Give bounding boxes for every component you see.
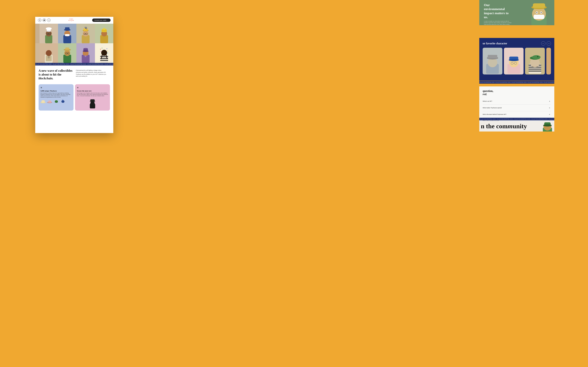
svg-rect-51 (100, 49, 101, 50)
svg-rect-49 (100, 60, 108, 61)
fav-characters (483, 48, 551, 75)
svg-point-14 (83, 31, 88, 36)
faq-plus-2[interactable]: + (548, 106, 551, 109)
fav-prev-button[interactable]: ← (541, 41, 545, 46)
svg-point-22 (86, 27, 87, 30)
twitter-icon[interactable] (38, 18, 41, 22)
char-cell-9 (95, 43, 113, 63)
svg-point-107 (548, 123, 549, 124)
svg-rect-31 (48, 56, 50, 58)
feature-title-rare: Secure the most rare (77, 90, 108, 92)
svg-rect-44 (85, 48, 86, 49)
svg-rect-97 (528, 71, 541, 72)
svg-rect-54 (107, 51, 108, 51)
svg-point-81 (541, 12, 542, 13)
svg-rect-60 (42, 100, 45, 103)
char-cell-1 (40, 24, 58, 43)
svg-point-79 (536, 12, 537, 13)
fav-ticker: COLLECTION DROPPING SOON • COLLECTION DR… (479, 81, 554, 84)
fav-char-4 (546, 48, 551, 75)
svg-point-43 (83, 50, 88, 52)
svg-rect-11 (65, 27, 69, 30)
navbar: ◈ TINY FACES ™ Connect your wallet (35, 17, 113, 24)
svg-point-105 (543, 124, 552, 126)
svg-point-7 (46, 31, 51, 32)
fav-title: ur favorite character (483, 42, 507, 45)
svg-rect-63 (55, 100, 58, 103)
env-section: Our environmental impact matters to us. … (479, 0, 554, 25)
connect-wallet-button[interactable]: Connect your wallet (92, 18, 111, 22)
faq-title: question, red. (483, 90, 551, 96)
svg-point-66 (62, 100, 63, 101)
svg-point-6 (46, 27, 52, 30)
char-cell-0 (35, 24, 40, 43)
community-char (541, 121, 554, 132)
svg-rect-45 (85, 55, 86, 57)
faq-item-2[interactable]: What makes TinyFaces special + (483, 105, 551, 111)
svg-rect-47 (100, 56, 108, 57)
feature-cards-section: ✳ 4,000 unique Tinyfaces Each character … (35, 84, 113, 113)
community-section: n the community (479, 121, 554, 132)
opensea-icon[interactable]: ◈ (47, 18, 51, 22)
faq-item-1[interactable]: What is an NFT + (483, 98, 551, 105)
svg-point-33 (64, 50, 70, 56)
hero-section: A new wave of collectibles is about to h… (35, 66, 113, 84)
svg-point-55 (100, 51, 101, 52)
faq-plus-3[interactable]: + (548, 113, 551, 116)
nav-icons: ◈ (38, 18, 51, 22)
feature-card-unique: ✳ 4,000 unique Tinyfaces Each character … (39, 84, 73, 110)
svg-rect-12 (65, 34, 69, 36)
bottom-right-ticker: COLLECTION DROPPING SOON • COLLECTION DR… (479, 118, 554, 120)
char-grid-row2 (35, 43, 113, 63)
discord-icon[interactable] (43, 18, 46, 22)
svg-rect-70 (90, 100, 95, 101)
svg-rect-53 (106, 49, 107, 49)
fav-char-1 (483, 48, 502, 75)
fav-char-2 (504, 48, 524, 75)
hero-headline: A new wave of collectibles is about to h… (39, 69, 73, 82)
fav-section: ur favorite character ← → (479, 38, 554, 81)
char-cell-7 (58, 43, 77, 63)
char-grid-row1 (35, 24, 113, 43)
char-cell-6 (40, 43, 58, 63)
svg-point-26 (103, 28, 105, 30)
char-cell-2 (58, 24, 77, 43)
feature-icon-rare: ✳ (77, 86, 108, 89)
env-character (524, 0, 554, 25)
svg-point-101 (537, 56, 538, 57)
faq-plus-1[interactable]: + (548, 100, 551, 103)
community-text: n the community (479, 123, 527, 130)
feature-title-unique: 4,000 unique Tinyfaces (40, 90, 72, 92)
feature-desc-rare: Even though no two Tinyfaces will ever b… (77, 92, 108, 97)
svg-point-56 (107, 53, 108, 53)
svg-point-100 (532, 55, 541, 59)
svg-point-30 (46, 50, 52, 56)
feature-icon-unique: ✳ (40, 86, 72, 89)
fav-nav-buttons: ← → (541, 41, 551, 46)
env-text: Our environmental impact matters to us. … (484, 3, 511, 25)
faq-item-3[interactable]: Who's the team behind TinyFaces NFT + (483, 111, 551, 118)
logo: TINY FACES ™ (69, 18, 74, 22)
svg-rect-85 (488, 55, 497, 58)
feature-desc-unique: Each character is entirely unique and is… (40, 92, 72, 98)
svg-rect-52 (102, 48, 102, 48)
feature-card-rare: ✳ Secure the most rare Even though no tw… (75, 84, 110, 110)
svg-rect-96 (528, 69, 541, 70)
fav-next-button[interactable]: → (547, 41, 551, 46)
hero-subtext: Characterised by soft lighting, vintage … (76, 69, 110, 82)
svg-point-20 (85, 28, 86, 29)
char-cell-3 (76, 24, 95, 43)
char-cell-4 (95, 24, 113, 43)
char-cell-5 (35, 43, 40, 63)
svg-rect-74 (533, 3, 545, 8)
svg-rect-62 (48, 101, 51, 103)
fav-char-3 (525, 48, 545, 75)
char-cell-8 (76, 43, 95, 63)
main-card: ◈ TINY FACES ™ Connect your wallet (35, 17, 113, 133)
svg-point-89 (509, 59, 519, 61)
main-ticker: COLLECTION DROPPING SOON • COLLECTION DR… (35, 63, 113, 66)
svg-rect-75 (534, 15, 544, 19)
